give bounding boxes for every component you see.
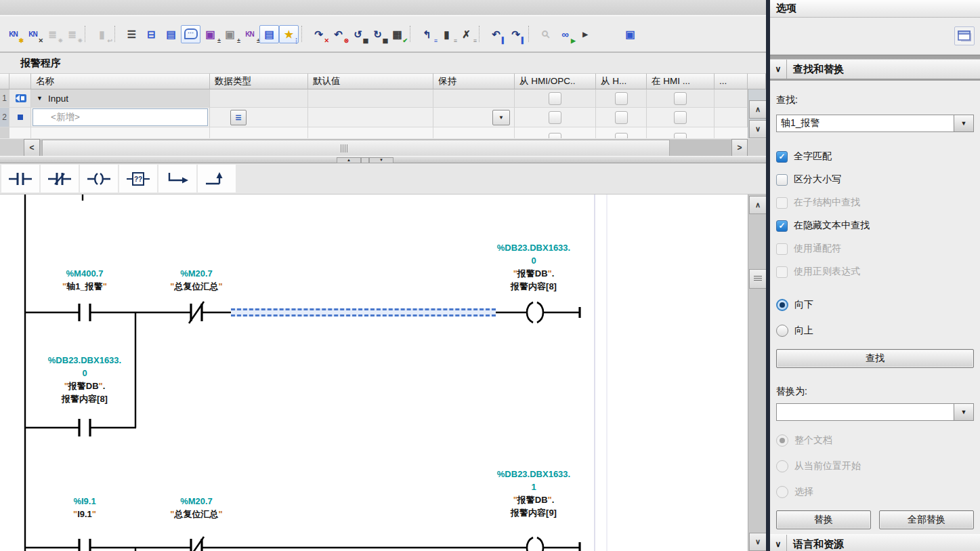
- scroll-down-icon[interactable]: ∨: [749, 533, 767, 551]
- operand-label[interactable]: %M20.7 "总复位汇总": [129, 267, 264, 293]
- collapse-chevron-icon[interactable]: ∨: [770, 60, 787, 79]
- hscroll-thumb[interactable]: [42, 140, 670, 157]
- datatype-picker-button[interactable]: ☰: [230, 110, 247, 125]
- expand-networks-icon[interactable]: ☰: [122, 25, 142, 43]
- hmi-checkbox[interactable]: [674, 111, 687, 124]
- hmi-checkbox[interactable]: [674, 133, 687, 138]
- synchronize-block-calls-icon[interactable]: ↻▦: [368, 25, 387, 43]
- operand-label[interactable]: %DB23.DBX1633. 1 "报警DB". 报警内容[9]: [466, 468, 601, 519]
- split-editor-icon[interactable]: ▣: [620, 25, 640, 43]
- update-block-calls-icon[interactable]: ↺▦: [348, 25, 368, 43]
- close-all-networks-icon[interactable]: ▤: [161, 25, 181, 43]
- header-visible-hmi[interactable]: 在 HMI ...: [647, 73, 715, 89]
- hmi-checkbox[interactable]: [549, 133, 561, 138]
- more-commands-icon[interactable]: ▶: [575, 25, 595, 43]
- scroll-up-icon[interactable]: ∧: [749, 196, 767, 214]
- header-retain[interactable]: 保持: [433, 73, 515, 89]
- checkbox-icon[interactable]: [776, 174, 788, 186]
- replace-dropdown-button[interactable]: ▼: [954, 403, 974, 421]
- radio-icon[interactable]: [776, 299, 788, 311]
- hscroll-track[interactable]: [40, 140, 731, 156]
- find-input[interactable]: [776, 115, 954, 132]
- float-window-button[interactable]: [954, 26, 975, 45]
- radio-direction-down[interactable]: 向下: [776, 298, 974, 312]
- expander-icon[interactable]: ▼: [37, 95, 43, 102]
- replace-all-button[interactable]: 全部替换: [879, 510, 974, 529]
- checkbox-icon[interactable]: ✓: [776, 220, 788, 232]
- operand-label[interactable]: %DB23.DBX1633. 0 "报警DB". 报警内容[8]: [466, 241, 601, 293]
- header-more[interactable]: ...: [715, 73, 748, 89]
- absolute-operands-icon[interactable]: ▣±: [200, 25, 220, 43]
- checkbox-match-case[interactable]: 区分大小写: [776, 173, 974, 186]
- operand-comments-icon[interactable]: ▣±: [220, 25, 240, 43]
- table-vertical-scrollbar[interactable]: ∧ ∨: [748, 89, 766, 138]
- coil-button[interactable]: [80, 165, 118, 192]
- jump-forward-icon[interactable]: ↷▍: [506, 25, 526, 43]
- consistency-check-icon[interactable]: ▦✔: [387, 25, 407, 43]
- header-default[interactable]: 默认值: [308, 73, 433, 89]
- delete-network-icon[interactable]: KN✕: [23, 25, 43, 43]
- network-comments-icon[interactable]: ⋯: [181, 25, 200, 43]
- scroll-right-icon[interactable]: >: [731, 139, 748, 157]
- hmi-checkbox[interactable]: [549, 92, 561, 105]
- hmi-checkbox[interactable]: [615, 111, 628, 124]
- insert-region-icon[interactable]: ▮≡: [437, 25, 456, 43]
- hmi-checkbox[interactable]: [615, 92, 628, 105]
- header-name[interactable]: 名称: [31, 73, 210, 89]
- favorites-icon[interactable]: ★⋮: [279, 25, 299, 43]
- symbol-information-icon[interactable]: KN±: [240, 25, 259, 43]
- status-display-icon[interactable]: ▤: [259, 25, 279, 43]
- row-number[interactable]: 1: [0, 89, 9, 108]
- replace-button[interactable]: 替换: [776, 510, 871, 529]
- checkbox-whole-words[interactable]: ✓全字匹配: [776, 150, 974, 163]
- row-number[interactable]: 2: [0, 108, 9, 127]
- operand-label[interactable]: %M20.7 "总复位汇总": [129, 495, 264, 521]
- replace-input[interactable]: [776, 403, 954, 421]
- previous-error-icon[interactable]: ↷✕: [309, 25, 328, 43]
- splitter-grip[interactable]: [361, 157, 369, 163]
- next-error-icon[interactable]: ↶⊗: [328, 25, 348, 43]
- collapse-chevron-icon[interactable]: ∨: [770, 535, 787, 551]
- insert-network-icon[interactable]: KN✱: [3, 25, 23, 43]
- block-title: 报警程序: [0, 54, 766, 73]
- remove-region-icon[interactable]: ✗≡: [456, 25, 476, 43]
- pane-splitter[interactable]: ▲ ▼: [0, 156, 766, 163]
- no-contact-button[interactable]: [1, 165, 39, 192]
- goto-definition-icon[interactable]: ↰≡: [417, 25, 437, 43]
- lad-vertical-scrollbar[interactable]: ∧ ∨: [748, 195, 766, 551]
- collapse-networks-icon[interactable]: ⊟: [142, 25, 161, 43]
- find-dropdown-button[interactable]: ▼: [954, 115, 974, 132]
- jump-backward-icon[interactable]: ↶▍: [486, 25, 506, 43]
- checkbox-icon[interactable]: ✓: [776, 151, 788, 163]
- scroll-down-icon[interactable]: ∨: [749, 120, 767, 138]
- scroll-left-icon[interactable]: <: [24, 139, 40, 157]
- header-from-hmi-opc[interactable]: 从 HMI/OPC..: [515, 73, 596, 89]
- scroll-up-icon[interactable]: ∧: [749, 100, 767, 119]
- section-languages-resources[interactable]: ∨ 语言和资源: [770, 534, 980, 551]
- selected-wire[interactable]: [231, 308, 496, 317]
- section-name-cell[interactable]: ▼ Input: [31, 89, 210, 108]
- monitoring-glasses-icon[interactable]: ∞▶: [555, 25, 575, 43]
- open-branch-button[interactable]: [158, 165, 196, 192]
- empty-box-button[interactable]: ??: [119, 165, 157, 192]
- split-grip-button[interactable]: [749, 269, 767, 289]
- checkbox-find-in-hidden-text[interactable]: ✓在隐藏文本中查找: [776, 219, 974, 232]
- splitter-down-icon[interactable]: ▼: [369, 157, 393, 163]
- header-from-hmi[interactable]: 从 H...: [596, 73, 647, 89]
- close-branch-button[interactable]: [198, 165, 236, 192]
- hmi-checkbox[interactable]: [615, 133, 628, 138]
- operand-label[interactable]: %DB23.DBX1633. 0 "报警DB". 报警内容[8]: [17, 354, 152, 405]
- radio-direction-up[interactable]: 向上: [776, 323, 974, 338]
- splitter-up-icon[interactable]: ▲: [337, 157, 361, 163]
- section-find-replace[interactable]: ∨ 查找和替换: [770, 60, 980, 81]
- retain-dropdown-button[interactable]: ▼: [492, 110, 510, 125]
- find-button[interactable]: 查找: [776, 349, 974, 368]
- radio-icon[interactable]: [776, 325, 788, 337]
- cell-from-hmi: [596, 108, 647, 127]
- header-datatype[interactable]: 数据类型: [210, 73, 308, 89]
- checkbox-use-regex: 使用正则表达式: [776, 265, 974, 279]
- new-variable-input[interactable]: <新增>: [33, 108, 208, 126]
- hmi-checkbox[interactable]: [674, 92, 687, 105]
- hmi-checkbox[interactable]: [549, 111, 561, 124]
- nc-contact-button[interactable]: [41, 165, 79, 192]
